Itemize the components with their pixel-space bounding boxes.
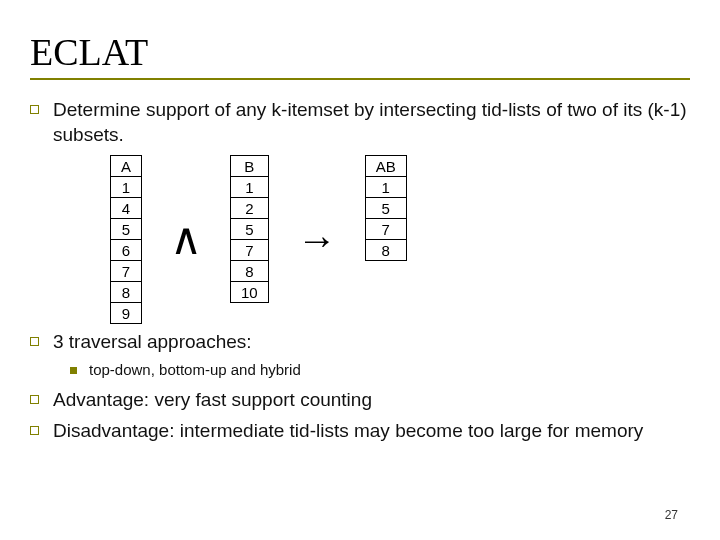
sub-bullet-1: top-down, bottom-up and hybrid <box>70 361 690 378</box>
tidlist-B-cell: 8 <box>231 261 269 282</box>
bullet-2: 3 traversal approaches: <box>30 330 690 355</box>
bullet-icon <box>30 395 39 404</box>
bullet-icon <box>30 105 39 114</box>
arrow-icon: → <box>297 220 337 260</box>
tidlist-A-cell: 6 <box>111 240 142 261</box>
tidlist-AB: AB 1 5 7 8 <box>365 155 407 261</box>
tidlist-AB-cell: 1 <box>365 177 406 198</box>
tidlist-AB-header: AB <box>365 156 406 177</box>
tidlist-B-cell: 7 <box>231 240 269 261</box>
tidlist-B-cell: 1 <box>231 177 269 198</box>
tidlist-B-cell: 5 <box>231 219 269 240</box>
intersect-operator: ∧ <box>170 218 202 262</box>
slide-title: ECLAT <box>30 30 690 74</box>
bullet-2-text: 3 traversal approaches: <box>53 330 252 355</box>
tidlist-A-cell: 5 <box>111 219 142 240</box>
tidlist-A-header: A <box>111 156 142 177</box>
bullet-3-text: Advantage: very fast support counting <box>53 388 372 413</box>
tidlist-A-cell: 8 <box>111 282 142 303</box>
title-underline <box>30 78 690 80</box>
page-number: 27 <box>665 508 678 522</box>
tidlist-diagram: A 1 4 5 6 7 8 9 ∧ B 1 2 5 7 8 10 → AB 1 … <box>110 155 690 324</box>
sub-bullet-icon <box>70 367 77 374</box>
tidlist-A-cell: 1 <box>111 177 142 198</box>
bullet-icon <box>30 426 39 435</box>
tidlist-AB-cell: 8 <box>365 240 406 261</box>
bullet-1: Determine support of any k-itemset by in… <box>30 98 690 147</box>
tidlist-A: A 1 4 5 6 7 8 9 <box>110 155 142 324</box>
tidlist-B-cell: 2 <box>231 198 269 219</box>
tidlist-A-cell: 7 <box>111 261 142 282</box>
tidlist-B-cell: 10 <box>231 282 269 303</box>
tidlist-AB-cell: 7 <box>365 219 406 240</box>
bullet-1-text: Determine support of any k-itemset by in… <box>53 98 690 147</box>
sub-bullet-1-text: top-down, bottom-up and hybrid <box>89 361 301 378</box>
tidlist-A-cell: 9 <box>111 303 142 324</box>
bullet-4: Disadvantage: intermediate tid-lists may… <box>30 419 690 444</box>
tidlist-B: B 1 2 5 7 8 10 <box>230 155 269 303</box>
tidlist-B-header: B <box>231 156 269 177</box>
bullet-4-text: Disadvantage: intermediate tid-lists may… <box>53 419 643 444</box>
bullet-3: Advantage: very fast support counting <box>30 388 690 413</box>
tidlist-A-cell: 4 <box>111 198 142 219</box>
tidlist-AB-cell: 5 <box>365 198 406 219</box>
bullet-icon <box>30 337 39 346</box>
